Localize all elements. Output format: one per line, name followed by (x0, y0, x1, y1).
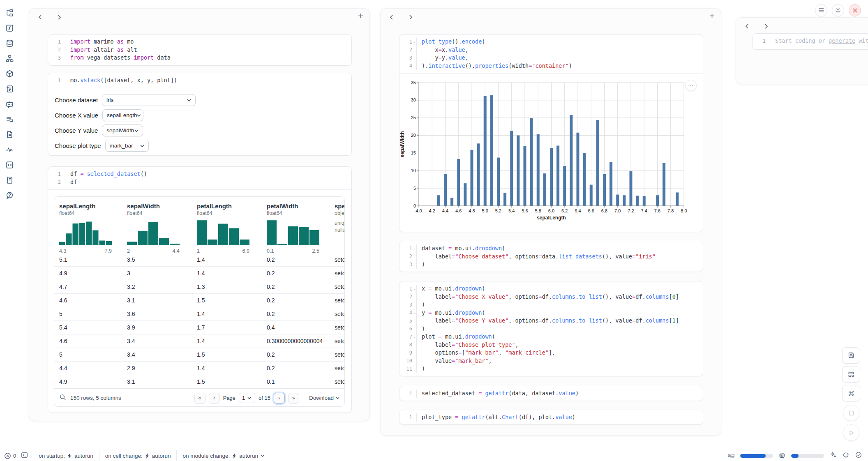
connection-status-button[interactable] (855, 451, 862, 460)
page-select[interactable]: 1 (239, 393, 255, 403)
dropdown-3[interactable]: sepalWidth (102, 124, 143, 136)
chat-bot-icon[interactable] (5, 100, 14, 108)
code-line[interactable]: ).interactive().properties(width="contai… (422, 62, 572, 70)
prev-page-button[interactable]: ‹ (209, 393, 220, 403)
code-line[interactable]: dataset = mo.ui.dropdown( (422, 244, 656, 253)
code-line[interactable]: plot_type = getattr(alt.Chart(df), plot.… (422, 413, 575, 422)
add-cell-button[interactable] (709, 13, 715, 20)
table-row[interactable]: 4.73.21.30.2setosa (54, 280, 344, 293)
chevron-left-icon[interactable] (743, 23, 751, 31)
table-row[interactable]: 5.43.91.70.4setosa (54, 320, 344, 334)
save-button[interactable] (842, 347, 860, 364)
runtime-config-1[interactable]: on startup:autorun (33, 453, 99, 459)
copilot-button[interactable] (842, 451, 850, 460)
code-line[interactable]: mo.vstack([dataset, x, y, plot]) (70, 76, 177, 85)
table-row[interactable]: 4.931.40.2setosa (54, 266, 344, 280)
runtime-config-2[interactable]: on cell change:autorun (99, 453, 177, 459)
code-line[interactable]: df = selected_dataset() (70, 170, 147, 178)
code-cell-vstack[interactable]: 1mo.vstack([dataset, x, y, plot]) Choose… (48, 73, 352, 156)
errors-button[interactable]: 0 (4, 452, 16, 459)
ai-assist-button[interactable] (829, 451, 837, 460)
menu-button[interactable] (815, 4, 827, 16)
column-header-sepalLength[interactable]: sepalLengthfloat644.37.9 (54, 197, 122, 253)
code-line[interactable]: y = mo.ui.dropdown( (422, 309, 679, 317)
column-header-petalWidth[interactable]: petalWidthfloat640.12.5 (262, 197, 330, 253)
code-line[interactable]: ) (422, 301, 679, 309)
code-line[interactable]: label="Choose Y value", options=df.colum… (422, 317, 679, 325)
dropdown-4[interactable]: mark_bar (105, 140, 149, 152)
script-icon[interactable] (5, 85, 14, 93)
code-line[interactable]: label="Choose X value", options=df.colum… (422, 293, 679, 301)
code-lines[interactable]: x = mo.ui.dropdown( label="Choose X valu… (417, 285, 679, 373)
code-line[interactable]: plot_type().encode( (422, 38, 572, 46)
table-row[interactable]: 4.63.11.50.2setosa (54, 293, 344, 307)
code-cell-selected-dataset[interactable]: 1selected_dataset = getattr(data, datase… (399, 386, 703, 401)
dropdown-1[interactable]: iris (102, 94, 196, 106)
terminal-button[interactable] (21, 452, 28, 460)
code-line[interactable]: ) (422, 325, 679, 333)
stop-button[interactable] (843, 405, 859, 421)
table-row[interactable]: 5.13.51.40.2setosa (54, 253, 344, 266)
table-row[interactable]: 53.41.50.2setosa (54, 348, 344, 361)
code-line[interactable]: x = mo.ui.dropdown( (422, 285, 679, 293)
code-line[interactable]: x=x.value, (422, 46, 572, 54)
code-lines[interactable]: mo.vstack([dataset, x, y, plot]) (65, 76, 177, 85)
code-line[interactable]: df (70, 178, 147, 187)
document-icon[interactable] (5, 130, 14, 139)
package-icon[interactable] (5, 69, 14, 78)
next-page-button[interactable]: › (274, 393, 285, 403)
code-line[interactable]: value="mark_bar", (422, 357, 679, 365)
chart-actions-button[interactable]: ⋯ (685, 80, 697, 91)
altair-bar-chart[interactable]: 4.04.24.44.64.85.05.25.45.65.86.06.26.46… (399, 76, 687, 224)
close-panel-button[interactable] (849, 4, 861, 16)
download-button[interactable]: Download (309, 395, 339, 401)
table-row[interactable]: 4.42.91.40.2setosa (54, 361, 344, 375)
code-lines[interactable]: import marimo as moimport altair as altf… (65, 38, 171, 62)
first-page-button[interactable]: « (194, 393, 205, 403)
table-row[interactable]: 53.61.40.2setosa (54, 307, 344, 320)
chevron-left-icon[interactable] (37, 14, 44, 22)
code-cell-xy-dropdowns[interactable]: 1⌄234⌄567⌄891011x = mo.ui.dropdown( labe… (399, 281, 703, 376)
generate-link[interactable]: generate (829, 37, 855, 44)
chevron-right-icon[interactable] (762, 23, 770, 31)
table-row[interactable]: 4.93.11.50.1setosa (54, 375, 344, 388)
column-header-sepalWidth[interactable]: sepalWidthfloat6424.4 (122, 197, 192, 253)
code-lines[interactable]: selected_dataset = getattr(data, dataset… (417, 390, 579, 398)
help-icon[interactable] (5, 191, 14, 200)
code-line[interactable]: label="Choose dataset", options=data.lis… (422, 253, 656, 261)
function-icon[interactable] (5, 24, 14, 32)
table-row[interactable]: 4.63.41.40.3000000000000004setosa (54, 334, 344, 348)
code-line[interactable]: options=["mark_bar", "mark_circle"], (422, 349, 679, 357)
add-cell-button[interactable] (358, 13, 364, 20)
editor-placeholder[interactable]: Start coding or generate with AI. (775, 37, 868, 45)
code-snippets-icon[interactable] (5, 161, 14, 169)
keyboard-shortcuts-button[interactable] (842, 385, 860, 401)
code-line[interactable]: ) (422, 260, 656, 269)
dependency-graph-icon[interactable] (5, 54, 14, 63)
code-line[interactable]: y=y.value, (422, 54, 572, 62)
code-line[interactable]: import marimo as mo (70, 38, 171, 46)
code-lines[interactable]: df = selected_dataset()df (65, 170, 147, 186)
code-line[interactable]: selected_dataset = getattr(data, dataset… (422, 390, 579, 398)
code-line[interactable]: label="Choose plot type", (422, 341, 679, 349)
column-header-species[interactable]: speciesobjectunique:nulls: (330, 197, 344, 253)
code-cell-dataset-dropdown[interactable]: 1⌄23dataset = mo.ui.dropdown( label="Cho… (399, 241, 703, 272)
code-cell-dataframe[interactable]: 12df = selected_dataset()df sepalLengthf… (48, 166, 352, 413)
chevron-right-icon[interactable] (407, 14, 414, 22)
column-header-petalLength[interactable]: petalLengthfloat6416.9 (192, 197, 262, 253)
search-icon[interactable] (59, 394, 66, 402)
code-line[interactable]: plot = mo.ui.dropdown( (422, 333, 679, 341)
tracing-icon[interactable] (5, 145, 14, 154)
database-icon[interactable] (5, 39, 14, 48)
code-cell-plot-type[interactable]: 1plot_type = getattr(alt.Chart(df), plot… (399, 410, 703, 425)
code-lines[interactable]: plot_type = getattr(alt.Chart(df), plot.… (417, 413, 575, 422)
chevron-left-icon[interactable] (388, 14, 395, 22)
settings-button[interactable] (832, 4, 844, 16)
code-lines[interactable]: plot_type().encode( x=x.value, y=y.value… (417, 38, 572, 70)
run-button[interactable] (843, 424, 859, 441)
layout-button[interactable] (842, 366, 860, 383)
empty-code-cell[interactable]: 1 Start coding or generate with AI. (753, 33, 868, 50)
runtime-config-3[interactable]: on module change:autorun (177, 453, 270, 459)
code-cell-imports[interactable]: 123import marimo as moimport altair as a… (48, 34, 352, 66)
code-line[interactable]: ) (422, 365, 679, 373)
